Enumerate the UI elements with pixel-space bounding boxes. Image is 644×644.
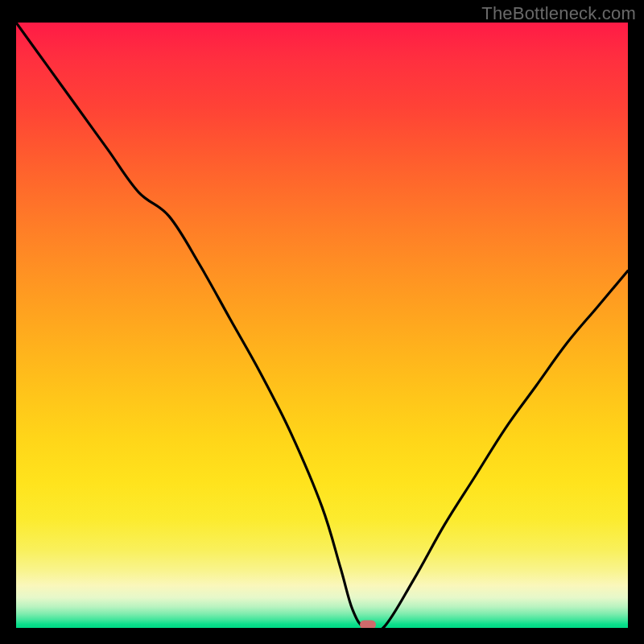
chart-frame: TheBottleneck.com (0, 0, 644, 644)
watermark-text: TheBottleneck.com (481, 3, 636, 24)
curve-path (16, 23, 628, 628)
min-marker (360, 621, 376, 629)
plot-area (16, 23, 628, 628)
bottleneck-curve (16, 23, 628, 628)
